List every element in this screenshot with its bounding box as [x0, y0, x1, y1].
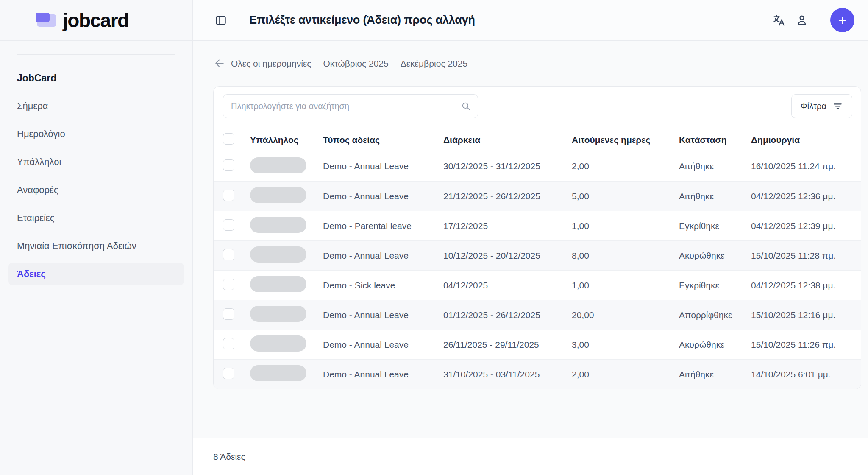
- column-header-duration[interactable]: Διάρκεια: [443, 135, 572, 145]
- breadcrumb-december-2025[interactable]: Δεκέμβριος 2025: [401, 59, 467, 69]
- row-checkbox[interactable]: [223, 338, 234, 349]
- table-row[interactable]: Demo - Annual Leave 26/11/2025 - 29/11/2…: [214, 330, 861, 359]
- sidebar-toggle-button[interactable]: [213, 13, 228, 28]
- employee-cell: [250, 187, 323, 205]
- table-row[interactable]: Demo - Annual Leave 30/12/2025 - 31/12/2…: [214, 151, 861, 181]
- table-header-row: Υπάλληλος Τύπος αδείας Διάρκεια Αιτούμεν…: [214, 129, 861, 151]
- topbar-divider: [239, 14, 239, 27]
- sidebar-item-today[interactable]: Σήμερα: [8, 95, 184, 117]
- employee-name-placeholder: [250, 217, 306, 233]
- sidebar-item-reports[interactable]: Αναφορές: [8, 179, 184, 201]
- status-cell: Αιτήθηκε: [679, 161, 751, 171]
- status-cell: Εγκρίθηκε: [679, 280, 751, 291]
- requested-days-cell: 1,00: [572, 221, 679, 231]
- table-row[interactable]: Demo - Parental leave 17/12/2025 1,00 Εγ…: [214, 211, 861, 240]
- duration-cell: 26/11/2025 - 29/11/2025: [443, 340, 572, 350]
- row-checkbox[interactable]: [223, 159, 234, 171]
- leave-type-cell: Demo - Annual Leave: [323, 251, 443, 261]
- search-box: [223, 94, 478, 118]
- created-at-cell: 15/10/2025 11:28 πμ.: [751, 251, 851, 261]
- breadcrumb: Όλες οι ημερομηνίες Οκτώβριος 2025 Δεκέμ…: [213, 58, 861, 70]
- page-title: Επιλέξτε αντικείμενο (Άδεια) προς αλλαγή: [249, 14, 475, 27]
- status-cell: Εγκρίθηκε: [679, 221, 751, 231]
- select-all-checkbox[interactable]: [223, 133, 234, 145]
- person-icon: [795, 14, 809, 27]
- table-row[interactable]: Demo - Annual Leave 21/12/2025 - 26/12/2…: [214, 181, 861, 211]
- row-checkbox[interactable]: [223, 279, 234, 290]
- table-row[interactable]: Demo - Annual Leave 01/12/2025 - 26/12/2…: [214, 300, 861, 330]
- duration-cell: 31/10/2025 - 03/11/2025: [443, 369, 572, 380]
- employee-cell: [250, 276, 323, 294]
- language-button[interactable]: [771, 13, 787, 28]
- duration-cell: 10/12/2025 - 20/12/2025: [443, 251, 572, 261]
- requested-days-cell: 2,00: [572, 369, 679, 380]
- created-at-cell: 14/10/2025 6:01 μμ.: [751, 369, 851, 380]
- row-checkbox[interactable]: [223, 308, 234, 320]
- table-row[interactable]: Demo - Annual Leave 10/12/2025 - 20/12/2…: [214, 240, 861, 270]
- panel-left-icon: [214, 14, 227, 27]
- add-button[interactable]: [830, 8, 854, 32]
- logo-text: jobcard: [63, 11, 129, 30]
- topbar-actions: [764, 8, 854, 32]
- content-area: Όλες οι ημερομηνίες Οκτώβριος 2025 Δεκέμ…: [193, 41, 868, 438]
- sidebar-item-calendar[interactable]: Ημερολόγιο: [8, 123, 184, 145]
- column-header-employee[interactable]: Υπάλληλος: [250, 135, 323, 145]
- breadcrumb-all-dates[interactable]: Όλες οι ημερομηνίες: [231, 59, 311, 69]
- employee-cell: [250, 365, 323, 383]
- search-input[interactable]: [223, 94, 478, 118]
- sidebar-item-employees[interactable]: Υπάλληλοι: [8, 151, 184, 173]
- row-checkbox-cell: [223, 190, 250, 203]
- row-checkbox[interactable]: [223, 219, 234, 231]
- column-header-created[interactable]: Δημιουργία: [751, 135, 851, 145]
- main-column: Επιλέξτε αντικείμενο (Άδεια) προς αλλαγή: [193, 0, 868, 475]
- status-cell: Αιτήθηκε: [679, 191, 751, 201]
- requested-days-cell: 20,00: [572, 310, 679, 320]
- status-cell: Ακυρώθηκε: [679, 251, 751, 261]
- leave-type-cell: Demo - Parental leave: [323, 221, 443, 231]
- row-checkbox[interactable]: [223, 249, 234, 260]
- table-body: Demo - Annual Leave 30/12/2025 - 31/12/2…: [214, 151, 861, 389]
- sidebar-item-leaves[interactable]: Άδειες: [8, 263, 184, 285]
- row-checkbox[interactable]: [223, 368, 234, 379]
- duration-cell: 21/12/2025 - 26/12/2025: [443, 191, 572, 201]
- requested-days-cell: 1,00: [572, 280, 679, 291]
- duration-cell: 30/12/2025 - 31/12/2025: [443, 161, 572, 171]
- row-checkbox-cell: [223, 159, 250, 173]
- card-toolbar: Φίλτρα: [214, 87, 861, 129]
- column-header-leave-type[interactable]: Τύπος αδείας: [323, 135, 443, 145]
- arrow-left-icon: [214, 57, 225, 69]
- sidebar-section-title: JobCard: [8, 67, 184, 89]
- breadcrumb-october-2025[interactable]: Οκτώβριος 2025: [323, 59, 388, 69]
- created-at-cell: 04/12/2025 12:36 μμ.: [751, 191, 851, 201]
- row-checkbox[interactable]: [223, 190, 234, 201]
- plus-icon: [837, 15, 848, 26]
- app-window: jobcard JobCard Σήμερα Ημερολόγιο Υπάλλη…: [0, 0, 868, 475]
- employee-cell: [250, 306, 323, 324]
- column-header-requested-days[interactable]: Αιτούμενες ημέρες: [572, 135, 679, 145]
- leave-type-cell: Demo - Annual Leave: [323, 161, 443, 171]
- created-at-cell: 16/10/2025 11:24 πμ.: [751, 161, 851, 171]
- leave-type-cell: Demo - Annual Leave: [323, 191, 443, 201]
- employee-cell: [250, 246, 323, 265]
- employee-name-placeholder: [250, 335, 306, 352]
- row-checkbox-cell: [223, 368, 250, 381]
- table-row[interactable]: Demo - Annual Leave 31/10/2025 - 03/11/2…: [214, 359, 861, 389]
- logo-icon: [36, 12, 58, 28]
- table-row[interactable]: Demo - Sick leave 04/12/2025 1,00 Εγκρίθ…: [214, 270, 861, 300]
- requested-days-cell: 3,00: [572, 340, 679, 350]
- created-at-cell: 04/12/2025 12:39 μμ.: [751, 221, 851, 231]
- filter-icon: [832, 101, 843, 112]
- row-checkbox-cell: [223, 308, 250, 322]
- requested-days-cell: 5,00: [572, 191, 679, 201]
- sidebar-item-monthly-leave-overview[interactable]: Μηνιαία Επισκόπηση Αδειών: [8, 235, 184, 257]
- back-button[interactable]: [213, 57, 226, 70]
- logo[interactable]: jobcard: [0, 0, 192, 41]
- user-button[interactable]: [794, 13, 810, 28]
- filters-button[interactable]: Φίλτρα: [791, 94, 852, 118]
- sidebar-item-companies[interactable]: Εταιρείες: [8, 207, 184, 229]
- topbar-actions-divider: [820, 14, 820, 27]
- results-card: Φίλτρα Υπάλληλος Τύπος αδείας Διάρκεια Α…: [213, 86, 861, 389]
- column-header-status[interactable]: Κατάσταση: [679, 135, 751, 145]
- requested-days-cell: 2,00: [572, 161, 679, 171]
- row-checkbox-cell: [223, 279, 250, 292]
